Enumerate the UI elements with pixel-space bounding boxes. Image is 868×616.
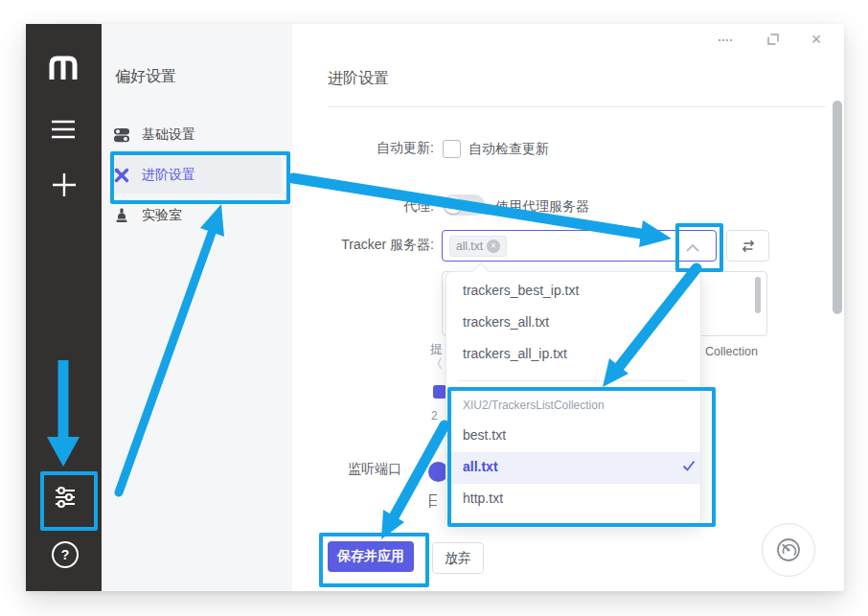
tag-close-icon[interactable]: × (487, 240, 500, 253)
page-title: 进阶设置 (328, 69, 389, 89)
tracker-tag: all.txt × (449, 236, 507, 257)
settings-button[interactable] (53, 485, 78, 510)
toggle-knob (445, 196, 462, 214)
preferences-panel (102, 24, 292, 591)
dropdown-option[interactable]: trackers_all_ip.txt (463, 346, 567, 361)
proxy-toggle[interactable] (443, 194, 485, 216)
dropdown-option[interactable]: best.txt (463, 427, 506, 443)
proxy-option-label: 使用代理服务器 (495, 198, 589, 216)
dropdown-option[interactable]: trackers_best_ip.txt (463, 283, 579, 298)
auto-update-checkbox[interactable] (443, 140, 461, 158)
close-button[interactable]: × (807, 29, 826, 50)
proxy-label: 代理: (328, 198, 434, 216)
chevron-up-icon (686, 243, 699, 252)
lab-label: 实验室 (142, 207, 182, 224)
tracker-tag-label: all.txt (456, 240, 483, 253)
textarea-scrollbar-thumb[interactable] (755, 277, 761, 313)
sync-trackers-button[interactable] (726, 230, 769, 262)
sidebar-item-advanced-settings[interactable]: 进阶设置 (113, 161, 276, 190)
toggles-icon (113, 126, 130, 144)
dropdown-option[interactable]: http.txt (463, 491, 503, 506)
discard-button[interactable]: 放弃 (432, 542, 484, 574)
advanced-settings-label: 进阶设置 (142, 167, 195, 184)
restore-icon (765, 32, 781, 47)
stamp-icon (113, 207, 130, 224)
select-collapse-control[interactable] (686, 239, 699, 247)
sync-checkbox-partial[interactable] (433, 385, 446, 399)
sidebar-item-lab[interactable]: 实验室 (113, 201, 276, 230)
minimize-button[interactable] (719, 39, 732, 41)
help-button[interactable]: ? (52, 541, 79, 568)
menu-icon (51, 120, 76, 139)
auto-update-option-label[interactable]: 自动检查更新 (468, 141, 549, 158)
main-scrollbar-thumb[interactable] (833, 101, 842, 314)
maximize-button[interactable] (765, 32, 781, 47)
title-divider (328, 106, 826, 107)
text-fragment-letter: 日 (427, 492, 437, 510)
auto-update-label: 自动更新: (328, 140, 434, 157)
tracker-label: Tracker 服务器: (307, 237, 434, 254)
dropdown-option[interactable]: trackers_all.txt (463, 314, 549, 330)
listen-port-label: 监听端口 (348, 461, 401, 478)
question-mark-icon: ? (52, 541, 79, 568)
preferences-title: 偏好设置 (115, 67, 176, 87)
speed-limit-button[interactable] (762, 523, 815, 577)
plus-icon (52, 172, 77, 197)
tracker-dropdown: trackers_best_ip.txt trackers_all.txt tr… (445, 271, 701, 524)
gauge-icon (774, 536, 803, 564)
sync-icon (741, 239, 756, 254)
app-screen: ? 偏好设置 基础设置 进阶设置 实验室 (0, 0, 868, 616)
dropdown-option-selected[interactable]: all.txt (463, 459, 498, 474)
logo-m-icon (48, 55, 79, 81)
motrix-logo (46, 53, 80, 83)
help-text-fragment-2: 〈 (430, 355, 442, 371)
help-text-fragment-1: 提 (430, 341, 443, 356)
task-list-button[interactable] (50, 119, 77, 140)
dropdown-group-label: XIU2/TrackersListCollection (463, 399, 605, 412)
save-apply-button[interactable]: 保存并应用 (328, 541, 414, 572)
add-task-button[interactable] (51, 171, 77, 197)
help-text-fragment-collection: Collection (705, 345, 758, 358)
basic-settings-label: 基础设置 (142, 126, 195, 144)
dropdown-divider (459, 380, 687, 381)
sidebar-item-basic-settings[interactable]: 基础设置 (113, 121, 276, 149)
sliders-icon (53, 485, 78, 510)
tools-icon (113, 167, 130, 184)
text-fragment-number: 2 (431, 409, 438, 422)
check-icon (682, 460, 696, 471)
